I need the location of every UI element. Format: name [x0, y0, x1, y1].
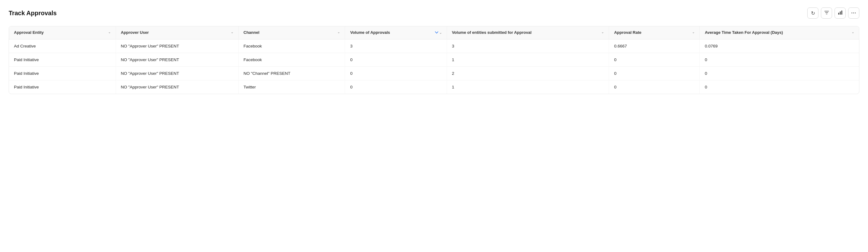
table-row: Paid InitiativeNO "Approver User" PRESEN…	[9, 66, 859, 80]
col-header-approval-rate[interactable]: Approval Rate ⌄	[609, 26, 700, 39]
refresh-icon: ↻	[811, 10, 815, 16]
approvals-table: Approval Entity ⌄ Approver User ⌄ Channe…	[9, 26, 859, 94]
cell-approver-user: NO "Approver User" PRESENT	[116, 80, 238, 94]
page-title: Track Approvals	[9, 10, 57, 17]
cell-volume-approvals: 0	[345, 80, 447, 94]
cell-approval-entity: Paid Initiative	[9, 66, 116, 80]
col-header-avg-time[interactable]: Average Time Taken For Approval (Days) ⌄	[700, 26, 859, 39]
cell-volume-approvals: 0	[345, 66, 447, 80]
refresh-button[interactable]: ↻	[807, 7, 818, 19]
cell-channel: Facebook	[239, 53, 345, 66]
cell-channel: NO "Channel" PRESENT	[239, 66, 345, 80]
cell-approver-user: NO "Approver User" PRESENT	[116, 53, 238, 66]
cell-volume-entities: 2	[447, 66, 609, 80]
chart-button[interactable]	[835, 7, 846, 19]
cell-approval-rate: 0.6667	[609, 39, 700, 53]
table-container: Approval Entity ⌄ Approver User ⌄ Channe…	[9, 26, 859, 94]
sort-icon-avg-time: ⌄	[851, 30, 854, 34]
svg-rect-0	[838, 13, 839, 15]
col-header-volume-approvals[interactable]: Volume of Approvals ⌄	[345, 26, 447, 39]
page-container: Track Approvals ↻	[0, 0, 868, 252]
cell-approval-entity: Paid Initiative	[9, 80, 116, 94]
cell-volume-entities: 3	[447, 39, 609, 53]
sort-icon-volume-approvals: ⌄	[439, 31, 442, 34]
cell-volume-entities: 1	[447, 80, 609, 94]
svg-rect-2	[841, 10, 842, 15]
sort-active-icon-volume-approvals	[435, 30, 439, 35]
cell-volume-approvals: 3	[345, 39, 447, 53]
cell-volume-approvals: 0	[345, 53, 447, 66]
cell-approval-rate: 0	[609, 53, 700, 66]
cell-approver-user: NO "Approver User" PRESENT	[116, 66, 238, 80]
table-row: Ad CreativeNO "Approver User" PRESENTFac…	[9, 39, 859, 53]
cell-approver-user: NO "Approver User" PRESENT	[116, 39, 238, 53]
cell-approval-entity: Ad Creative	[9, 39, 116, 53]
cell-volume-entities: 1	[447, 53, 609, 66]
col-header-approval-entity[interactable]: Approval Entity ⌄	[9, 26, 116, 39]
table-row: Paid InitiativeNO "Approver User" PRESEN…	[9, 80, 859, 94]
table-header-row: Approval Entity ⌄ Approver User ⌄ Channe…	[9, 26, 859, 39]
cell-approval-rate: 0	[609, 80, 700, 94]
filter-button[interactable]	[821, 7, 832, 19]
sort-icon-approval-entity: ⌄	[108, 30, 111, 34]
page-header: Track Approvals ↻	[9, 7, 859, 19]
table-row: Paid InitiativeNO "Approver User" PRESEN…	[9, 53, 859, 66]
cell-avg-time: 0	[700, 53, 859, 66]
col-header-volume-entities[interactable]: Volume of entities submitted for Approva…	[447, 26, 609, 39]
sort-icon-approval-rate: ⌄	[692, 30, 694, 34]
svg-rect-1	[840, 11, 841, 15]
cell-approval-rate: 0	[609, 66, 700, 80]
sort-icon-channel: ⌄	[337, 30, 340, 34]
col-header-approver-user[interactable]: Approver User ⌄	[116, 26, 238, 39]
cell-channel: Facebook	[239, 39, 345, 53]
cell-avg-time: 0	[700, 80, 859, 94]
col-header-channel[interactable]: Channel ⌄	[239, 26, 345, 39]
cell-channel: Twitter	[239, 80, 345, 94]
toolbar: ↻ ···	[807, 7, 859, 19]
filter-icon	[824, 10, 829, 16]
more-button[interactable]: ···	[848, 7, 859, 19]
sort-icon-approver-user: ⌄	[231, 30, 233, 34]
sort-icon-volume-entities: ⌄	[601, 30, 604, 34]
cell-avg-time: 0.0769	[700, 39, 859, 53]
cell-avg-time: 0	[700, 66, 859, 80]
cell-approval-entity: Paid Initiative	[9, 53, 116, 66]
chart-icon	[838, 10, 843, 16]
more-icon: ···	[851, 10, 856, 16]
